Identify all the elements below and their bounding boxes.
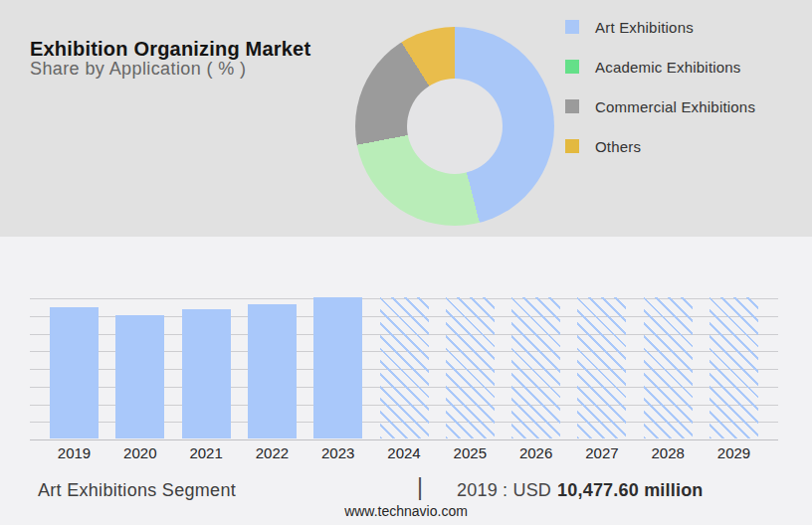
x-tick-2023: 2023 [305, 444, 371, 461]
x-tick-2026: 2026 [504, 444, 569, 461]
legend-label: Academic Exhibitions [595, 59, 741, 76]
x-tick-2019: 2019 [42, 444, 107, 461]
legend-item-commercial-exhibitions: Commercial Exhibitions [565, 99, 755, 113]
bar-chart-panel: 2019202020212022202320242025202620272028… [0, 237, 812, 525]
legend-swatch-yellow-icon [565, 139, 579, 153]
legend: Art Exhibitions Academic Exhibitions Com… [565, 20, 755, 179]
header-panel: Exhibition Organizing Market Share by Ap… [0, 0, 812, 237]
bar-2028 [644, 297, 693, 438]
legend-label: Others [595, 138, 641, 155]
x-tick-2028: 2028 [635, 444, 701, 461]
bar-2019 [50, 307, 99, 438]
donut-chart [355, 27, 554, 226]
gridline [30, 439, 778, 440]
segment-value-prefix: 2019 : USD [457, 480, 551, 500]
legend-swatch-gray-icon [565, 99, 579, 113]
x-tick-2022: 2022 [239, 444, 304, 461]
bar-2024 [380, 297, 429, 438]
x-tick-2020: 2020 [107, 444, 173, 461]
x-tick-2025: 2025 [437, 444, 503, 461]
legend-item-others: Others [565, 139, 755, 153]
bar-2023 [313, 297, 362, 438]
legend-item-academic-exhibitions: Academic Exhibitions [565, 60, 755, 74]
website-text: www.technavio.com [0, 503, 812, 519]
legend-label: Commercial Exhibitions [595, 98, 755, 115]
bar-chart: 2019202020212022202320242025202620272028… [30, 298, 778, 439]
page-subtitle: Share by Application ( % ) [30, 59, 247, 80]
bar-2029 [710, 297, 758, 438]
segment-label: Art Exhibitions Segment [38, 480, 236, 501]
legend-swatch-green-icon [565, 60, 579, 74]
separator-bar: | [417, 474, 423, 501]
bar-2027 [577, 297, 626, 438]
x-tick-2029: 2029 [702, 444, 767, 461]
bar-2020 [115, 315, 164, 438]
bar-2022 [248, 304, 297, 438]
legend-swatch-blue-icon [565, 20, 579, 34]
legend-item-art-exhibitions: Art Exhibitions [565, 20, 755, 34]
bar-2026 [511, 297, 560, 438]
bar-2021 [182, 309, 231, 438]
segment-value-amount: 10,477.60 million [557, 480, 703, 500]
x-tick-2021: 2021 [173, 444, 239, 461]
legend-label: Art Exhibitions [595, 19, 694, 36]
page-title: Exhibition Organizing Market [30, 38, 310, 61]
market-infographic: Exhibition Organizing Market Share by Ap… [0, 0, 812, 525]
x-tick-2027: 2027 [569, 444, 635, 461]
segment-value: 2019 : USD10,477.60 million [457, 480, 704, 501]
bar-2025 [446, 297, 495, 438]
x-tick-2024: 2024 [371, 444, 437, 461]
